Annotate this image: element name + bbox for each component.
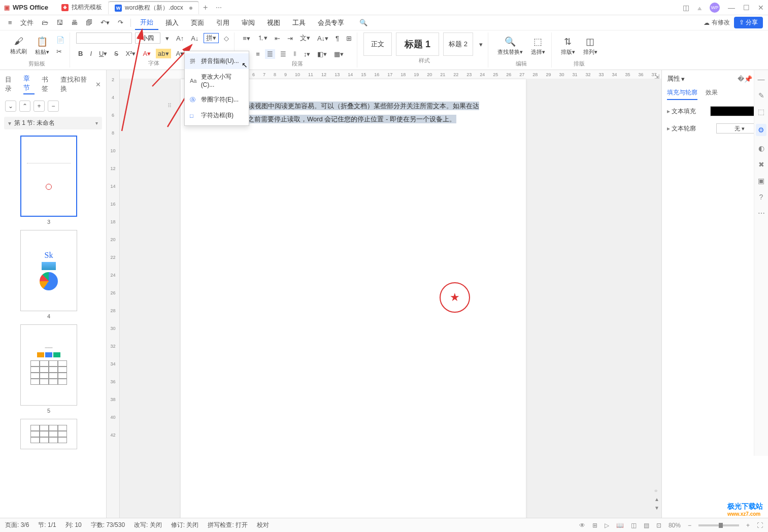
bold-button[interactable]: B [76,49,85,58]
paste-button[interactable]: 📋粘贴▾ [32,34,52,58]
proptab-fill[interactable]: 填充与轮廓 [667,88,697,100]
styles-more-button[interactable]: ▾ [477,40,485,49]
minimize-button[interactable]: — [728,4,735,12]
new-tab-button[interactable]: + [199,3,212,12]
shrink-font-icon[interactable]: A↓ [189,34,201,43]
status-page[interactable]: 页面: 3/6 [5,521,29,529]
document-canvas[interactable]: 5678910111213141516171819202122232425262… [120,70,661,521]
drag-handle-icon[interactable]: ⠿ [168,103,173,109]
selected-text[interactable]: 在新的阅读视图中阅读更加容易。可以（折叠文档）某些部分并关注所需文本。如果在达到… [221,102,479,123]
table-button[interactable]: ⊞ [344,34,354,43]
clear-format-icon[interactable]: ◇ [222,34,231,43]
marks-button[interactable]: ¶ [333,34,341,43]
shading-button[interactable]: ◧▾ [315,49,329,59]
indent-button[interactable]: ⇥ [285,34,295,43]
dropdown-item-case[interactable]: Aa更改大小写(C)... [185,69,249,92]
pen-icon[interactable]: ✎ [758,91,764,99]
status-rewrite[interactable]: 改写: 关闭 [134,521,162,529]
underline-button[interactable]: U▾ [97,49,109,58]
size-dropdown-icon[interactable]: ▾ [163,34,171,43]
status-spellcheck[interactable]: 拼写检查: 打开 [208,521,248,529]
navtab-find[interactable]: 查找和替换 [60,75,88,93]
close-button[interactable]: ✕ [758,4,764,12]
view-grid-icon[interactable]: ⊞ [592,522,597,529]
arrange-button[interactable]: ◫排列▾ [580,34,600,58]
view-eye-icon[interactable]: 👁 [579,522,585,529]
preview-icon[interactable]: 🗐 [83,17,95,28]
style-heading1[interactable]: 标题 1 [396,32,439,56]
document-page[interactable]: ⠿ 在新的阅读视图中阅读更加容易。可以（折叠文档）某些部分并关注所需文本。如果在… [181,79,526,521]
menutab-ref[interactable]: 引用 [211,16,235,29]
navtab-chapter[interactable]: 章节 [23,74,35,94]
status-proof[interactable]: 校对 [257,521,269,529]
expand-button[interactable]: ⌃ [19,101,30,112]
remove-section-button[interactable]: − [48,101,59,112]
sort-button[interactable]: A↓▾ [315,34,330,43]
modified-indicator[interactable]: ☁ 有修改 [704,18,730,27]
line-spacing-button[interactable]: ↕▾ [302,49,313,59]
view-read-icon[interactable]: 📖 [616,522,624,529]
numbering-button[interactable]: ⒈▾ [255,32,270,44]
style-heading2[interactable]: 标题 2 [443,32,473,56]
justify-button[interactable]: ☰ [278,49,288,59]
select-tool-icon[interactable]: ⬚ [758,108,764,116]
pin-icon[interactable]: �📌 [738,75,752,83]
tab-menu-button[interactable]: ⋯ [212,4,225,11]
undo-button[interactable]: ↶▾ [97,17,113,28]
help-icon[interactable]: ? [759,193,763,201]
save-icon[interactable]: 🖫 [53,17,66,28]
menu-icon[interactable]: ≡ [5,17,15,28]
find-replace-button[interactable]: 🔍查找替换▾ [494,34,526,58]
menutab-member[interactable]: 会员专享 [313,16,349,29]
status-section[interactable]: 节: 1/1 [38,521,56,529]
outdent-button[interactable]: ⇤ [273,34,282,43]
maximize-button[interactable]: ☐ [743,4,750,12]
status-revision[interactable]: 修订: 关闭 [171,521,199,529]
section-header[interactable]: 第 1 节: 未命名 [4,117,102,129]
align-center-button[interactable]: ≡ [254,49,262,59]
text-fill-label[interactable]: 文本填充 [667,107,696,116]
view-layout-icon[interactable]: ◫ [631,522,637,529]
highlight-button[interactable]: ab▾ [156,49,171,58]
bullets-button[interactable]: ≡▾ [241,34,252,43]
cut-icon[interactable]: ✂ [54,47,66,56]
tab-templates[interactable]: ❖ 找稻壳模板 [55,1,109,14]
copy-icon[interactable]: 📄 [54,35,66,45]
font-color-button[interactable]: A▾ [141,49,153,58]
menutab-review[interactable]: 审阅 [237,16,260,29]
font-size-select[interactable] [135,32,160,44]
page-thumbnail-3[interactable] [20,136,77,217]
view-web-icon[interactable]: ▤ [644,522,649,529]
page-thumbnail-5[interactable]: ═══ [20,324,77,406]
color-swatch[interactable] [710,106,757,116]
typeset-button[interactable]: ⇅排版▾ [558,34,578,58]
dropdown-item-border[interactable]: □字符边框(B) [185,108,249,123]
menutab-insert[interactable]: 插入 [160,16,184,29]
fullscreen-icon[interactable]: ⛶ [757,522,763,529]
menutab-start[interactable]: 开始 [135,16,158,30]
format-painter-button[interactable]: 🖌格式刷 [7,34,30,57]
select-button[interactable]: ⬚选择▾ [528,34,548,58]
proptab-effect[interactable]: 效果 [706,88,718,100]
dropdown-item-enclosed[interactable]: ⓐ带圈字符(E)... [185,92,249,108]
text-direction-button[interactable]: 文▾ [298,32,312,44]
shape-icon[interactable]: ◐ [758,144,764,152]
style-normal[interactable]: 正文 [363,32,392,56]
cube-icon[interactable]: ⟁ [697,4,702,12]
search-icon[interactable]: 🔍 [356,17,371,28]
status-column[interactable]: 列: 10 [65,521,82,529]
play-icon[interactable]: ▷ [605,522,609,529]
font-family-select[interactable] [76,32,132,44]
menutab-page[interactable]: 页面 [186,16,209,29]
file-menu[interactable]: 文件 [17,16,37,29]
print-icon[interactable]: 🖶 [68,17,81,28]
avatar[interactable]: WP [710,3,720,13]
vertical-ruler[interactable]: 24681012141618202224262830323436384042 [107,70,120,521]
open-icon[interactable]: 🗁 [39,17,51,28]
text-outline-label[interactable]: 文本轮廓 [667,124,696,133]
share-button[interactable]: ⇪ 分享 [734,17,763,28]
collapse-button[interactable]: ⌄ [5,101,16,112]
ruler-pin-icon[interactable]: ⇲ [654,73,659,80]
dropdown-item-pinyin[interactable]: 拼拼音指南(U)... [185,53,249,69]
page-thumbnail-6[interactable] [20,419,77,449]
